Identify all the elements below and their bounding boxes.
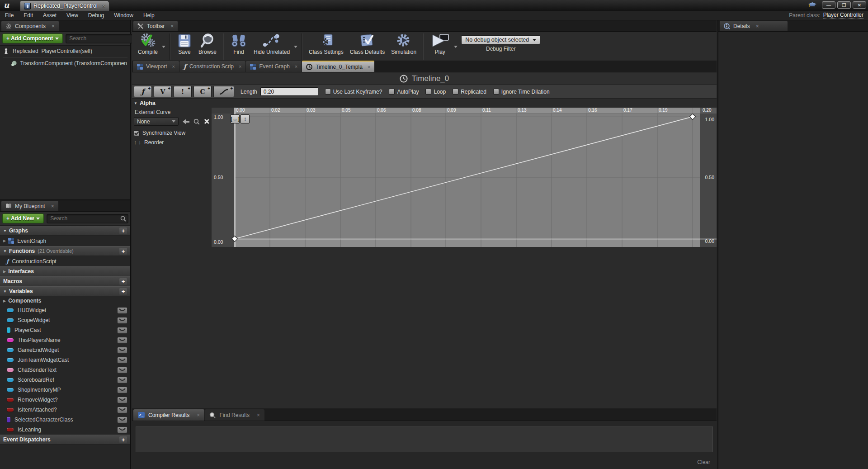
- eye-closed-icon[interactable]: [117, 337, 127, 344]
- browse-asset-icon[interactable]: [193, 118, 200, 125]
- variable-row[interactable]: ShopInventoryMP: [0, 385, 130, 395]
- close-button[interactable]: ✕: [853, 1, 866, 9]
- tab-viewport[interactable]: Viewport ×: [133, 61, 179, 72]
- checkbox-unchecked[interactable]: [493, 89, 499, 95]
- menu-debug[interactable]: Debug: [83, 11, 109, 20]
- tab-my-blueprint[interactable]: My Blueprint ×: [1, 201, 58, 211]
- my-blueprint-search[interactable]: [47, 214, 128, 223]
- browse-button[interactable]: Browse: [195, 33, 220, 56]
- ignore-time-dilation-option[interactable]: Ignore Time Dilation: [493, 89, 550, 95]
- menu-edit[interactable]: Edit: [19, 11, 38, 20]
- close-icon[interactable]: ×: [756, 23, 759, 29]
- tab-components[interactable]: Components ×: [1, 21, 59, 31]
- tab-details[interactable]: Details ×: [720, 21, 788, 31]
- variable-row[interactable]: RemoveWidget?: [0, 395, 130, 405]
- tutorial-icon[interactable]: [808, 2, 816, 8]
- fit-vertical-button[interactable]: ↕: [241, 114, 250, 123]
- collapse-triangle-icon[interactable]: ▼: [134, 101, 137, 105]
- eye-closed-icon[interactable]: [117, 367, 127, 374]
- event-graph-row[interactable]: ▶ EventGraph: [0, 236, 130, 246]
- variable-row[interactable]: GameEndWidget: [0, 345, 130, 355]
- move-up-icon[interactable]: ↑: [134, 139, 137, 146]
- section-graphs[interactable]: ▼ Graphs +: [0, 226, 130, 236]
- my-blueprint-search-input[interactable]: [50, 215, 120, 222]
- variable-row[interactable]: ThisPlayersName: [0, 335, 130, 345]
- close-icon[interactable]: ×: [102, 3, 105, 9]
- collapse-triangle-icon[interactable]: ▼: [3, 229, 7, 233]
- checkbox-unchecked[interactable]: [389, 89, 395, 95]
- checkbox-unchecked[interactable]: [453, 89, 458, 95]
- close-icon[interactable]: ×: [239, 64, 241, 69]
- compile-button[interactable]: Compile: [135, 33, 161, 56]
- length-input[interactable]: [260, 87, 318, 96]
- add-component-button[interactable]: + Add Component: [2, 33, 63, 43]
- add-macro-button[interactable]: +: [119, 278, 127, 285]
- collapse-triangle-icon[interactable]: ▼: [3, 249, 7, 253]
- add-graph-button[interactable]: +: [119, 227, 127, 234]
- component-row-self[interactable]: Replicated_PlayerController(self): [0, 46, 130, 57]
- collapse-triangle-icon[interactable]: ▼: [3, 289, 7, 294]
- variable-row[interactable]: IsLeaning: [0, 425, 130, 435]
- class-settings-button[interactable]: Class Settings: [306, 33, 347, 56]
- eye-closed-icon[interactable]: [117, 387, 127, 393]
- eye-closed-icon[interactable]: [117, 397, 127, 403]
- section-interfaces[interactable]: ▶ Interfaces: [0, 266, 130, 276]
- class-defaults-button[interactable]: Class Defaults: [347, 33, 388, 56]
- curve-graph-canvas[interactable]: [212, 108, 717, 247]
- find-button[interactable]: Find: [227, 33, 250, 56]
- eye-closed-icon[interactable]: [117, 317, 127, 324]
- variable-row[interactable]: ChatSenderText: [0, 365, 130, 375]
- variables-category-components[interactable]: ▶ Components: [0, 296, 130, 305]
- section-macros[interactable]: Macros +: [0, 276, 130, 286]
- menu-file[interactable]: File: [0, 11, 19, 20]
- clear-icon[interactable]: [204, 118, 210, 124]
- eye-closed-icon[interactable]: [117, 357, 127, 364]
- checkbox-unchecked[interactable]: [325, 89, 331, 95]
- use-selected-arrow-icon[interactable]: [183, 119, 190, 124]
- eye-closed-icon[interactable]: [117, 417, 127, 423]
- add-vector-track-button[interactable]: V+: [154, 86, 172, 97]
- debug-object-dropdown[interactable]: No debug object selected: [461, 35, 540, 44]
- tab-find-results[interactable]: Find Results ×: [205, 409, 264, 421]
- restore-button[interactable]: ❒: [837, 1, 851, 9]
- close-icon[interactable]: ×: [257, 412, 260, 418]
- add-float-track-button[interactable]: ƒ+: [134, 86, 152, 97]
- synchronize-view-option[interactable]: Synchronize View: [132, 126, 212, 137]
- autoplay-option[interactable]: AutoPlay: [389, 89, 419, 95]
- tab-timeline[interactable]: Timeline_0_Templa ×: [302, 61, 374, 72]
- asset-tab[interactable]: Replicated_PlayerControl ×: [20, 0, 109, 11]
- save-button[interactable]: Save: [174, 33, 195, 56]
- hide-unrelated-button[interactable]: Hide Unrelated: [250, 33, 293, 56]
- close-icon[interactable]: ×: [52, 23, 55, 29]
- variable-row[interactable]: SelectedCharacterClass: [0, 415, 130, 425]
- variable-row[interactable]: IsItemAttached?: [0, 405, 130, 415]
- external-curve-dropdown[interactable]: None: [134, 117, 179, 126]
- close-icon[interactable]: ×: [295, 64, 297, 69]
- menu-asset[interactable]: Asset: [38, 11, 61, 20]
- tab-compiler-results[interactable]: >_ Compiler Results ×: [133, 409, 204, 421]
- add-variable-button[interactable]: +: [119, 288, 127, 295]
- replicated-option[interactable]: Replicated: [453, 89, 486, 95]
- eye-closed-icon[interactable]: [117, 426, 127, 433]
- variable-row[interactable]: PlayerCast: [0, 325, 130, 335]
- variable-row[interactable]: ScopeWidget: [0, 315, 130, 325]
- eye-closed-icon[interactable]: [117, 347, 127, 354]
- add-external-curve-button[interactable]: +: [213, 86, 234, 97]
- fit-horizontal-button[interactable]: [↔]: [231, 114, 240, 123]
- expand-triangle-icon[interactable]: ▶: [3, 239, 6, 243]
- variable-row[interactable]: ScoreboardRef: [0, 375, 130, 385]
- close-icon[interactable]: ×: [197, 412, 200, 418]
- section-variables[interactable]: ▼ Variables +: [0, 286, 130, 296]
- close-icon[interactable]: ×: [368, 64, 370, 70]
- close-icon[interactable]: ×: [170, 23, 174, 29]
- close-icon[interactable]: ×: [172, 64, 175, 69]
- hide-unrelated-options-dropdown[interactable]: [294, 38, 297, 56]
- tab-toolbar[interactable]: Toolbar ×: [133, 21, 178, 31]
- menu-view[interactable]: View: [61, 11, 83, 20]
- menu-window[interactable]: Window: [109, 11, 138, 20]
- checkbox-checked[interactable]: [134, 130, 140, 136]
- expand-triangle-icon[interactable]: ▶: [3, 299, 6, 303]
- section-event-dispatchers[interactable]: Event Dispatchers +: [0, 435, 130, 445]
- add-event-track-button[interactable]: !+: [174, 86, 192, 97]
- close-icon[interactable]: ×: [51, 203, 54, 209]
